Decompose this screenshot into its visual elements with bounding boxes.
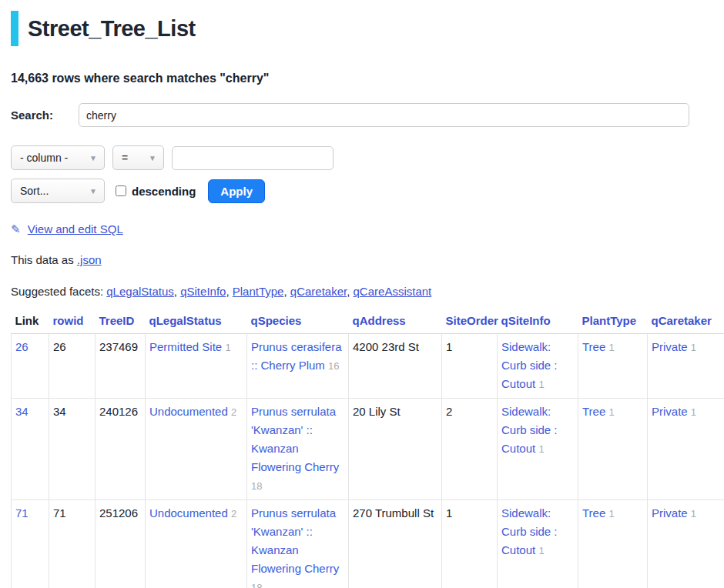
facet-link-label: PlantType xyxy=(233,285,284,298)
column-header-planttype-link[interactable]: PlantType xyxy=(582,314,637,327)
view-edit-sql-link[interactable]: View and edit SQL xyxy=(28,222,123,236)
cell-qaddress: 270 Trumbull St xyxy=(349,500,442,588)
cell-link: 34 xyxy=(12,399,49,500)
sort-select[interactable]: Sort... ▼ xyxy=(11,179,105,203)
facet-value-link[interactable]: Tree xyxy=(582,340,605,353)
sort-row: Sort... ▼ descending Apply xyxy=(11,179,724,203)
facet-value-link[interactable]: Private xyxy=(652,506,688,520)
suggested-facets-label: Suggested facets: xyxy=(11,285,103,298)
data-as-label: This data as xyxy=(11,253,74,266)
cell-siteorder: 1 xyxy=(442,500,498,588)
descending-checkbox[interactable] xyxy=(116,185,126,196)
column-header-treeid-link[interactable]: TreeID xyxy=(99,314,135,327)
facet-link-qcareassistant[interactable]: qCareAssistant xyxy=(354,285,432,298)
cell-qcaretaker: Private 1 xyxy=(648,399,724,500)
column-select[interactable]: - column - ▼ xyxy=(11,145,105,170)
column-header-siteorder: SiteOrder xyxy=(442,309,498,334)
cell-qcaretaker: Private 1 xyxy=(648,500,724,588)
facet-value-link[interactable]: Sidewalk: Curb side : Cutout xyxy=(501,340,558,390)
facet-count: 2 xyxy=(231,406,236,418)
column-header-rowid: rowid xyxy=(49,309,96,334)
facet-link-planttype[interactable]: PlantType xyxy=(233,285,290,298)
row-link[interactable]: 71 xyxy=(15,506,28,520)
cell-rowid: 34 xyxy=(49,399,96,500)
facet-count: 1 xyxy=(608,342,614,353)
descending-checkbox-wrap: descending xyxy=(116,185,196,198)
cell-qspecies: Prunus serrulata 'Kwanzan' :: Kwanzan Fl… xyxy=(247,500,349,588)
cell-qspecies: Prunus serrulata 'Kwanzan' :: Kwanzan Fl… xyxy=(247,399,349,500)
cell-treeid: 237469 xyxy=(96,334,146,399)
facet-link-qlegalstatus[interactable]: qLegalStatus xyxy=(106,285,180,298)
facet-link-qsiteinfo[interactable]: qSiteInfo xyxy=(180,285,233,298)
facet-value-link[interactable]: Prunus serrulata 'Kwanzan' :: Kwanzan Fl… xyxy=(251,405,339,473)
table-row: 34 34 240126 Undocumented 2 Prunus serru… xyxy=(12,399,724,500)
facet-link-qcaretaker[interactable]: qCaretaker xyxy=(290,285,354,298)
facet-value-link[interactable]: Sidewalk: Curb side : Cutout xyxy=(501,506,558,556)
cell-qaddress: 4200 23rd St xyxy=(349,334,442,399)
facet-value-link[interactable]: Tree xyxy=(582,405,605,418)
facet-link-label: qCaretaker xyxy=(290,285,347,298)
facet-count: 18 xyxy=(251,582,262,588)
cell-qsiteinfo: Sidewalk: Curb side : Cutout 1 xyxy=(498,500,578,588)
column-header-qspecies: qSpecies xyxy=(247,309,349,334)
row-link[interactable]: 26 xyxy=(15,340,28,353)
facet-count: 1 xyxy=(608,406,614,418)
column-header-qsiteinfo-link[interactable]: qSiteInfo xyxy=(501,314,551,327)
search-label: Search: xyxy=(11,109,79,122)
column-header-qsiteinfo: qSiteInfo xyxy=(498,309,578,334)
data-export-row: This data as .json xyxy=(11,252,724,268)
column-header-treeid: TreeID xyxy=(96,309,146,334)
cell-rowid: 26 xyxy=(49,334,96,399)
cell-qcaretaker: Private 1 xyxy=(648,334,724,399)
column-header-link: Link xyxy=(12,309,49,334)
search-form-row: Search: xyxy=(11,103,689,127)
filter-value-input[interactable] xyxy=(172,146,334,170)
column-header-qlegalstatus-link[interactable]: qLegalStatus xyxy=(149,314,222,327)
facet-value-link[interactable]: Permitted Site xyxy=(149,340,222,353)
facet-value-link[interactable]: Undocumented xyxy=(149,405,228,418)
operator-select-value: = xyxy=(122,152,128,164)
page-title: Street_Tree_List xyxy=(11,11,724,46)
cell-planttype: Tree 1 xyxy=(578,399,648,500)
column-header-qspecies-link[interactable]: qSpecies xyxy=(251,314,302,327)
facet-value-link[interactable]: Private xyxy=(652,340,688,353)
cell-qspecies: Prunus cerasifera :: Cherry Plum 16 xyxy=(247,334,349,399)
column-header-qcaretaker-link[interactable]: qCaretaker xyxy=(652,314,712,327)
facet-value-link[interactable]: Tree xyxy=(582,506,605,520)
apply-button[interactable]: Apply xyxy=(208,179,265,203)
cell-planttype: Tree 1 xyxy=(578,500,648,588)
cell-qlegalstatus: Undocumented 2 xyxy=(146,399,247,500)
cell-siteorder: 1 xyxy=(442,334,498,399)
facet-count: 16 xyxy=(328,360,339,372)
facet-value-link[interactable]: Sidewalk: Curb side : Cutout xyxy=(501,405,558,455)
json-export-link[interactable]: .json xyxy=(77,253,102,266)
chevron-down-icon: ▼ xyxy=(149,154,156,162)
column-header-qcaretaker: qCaretaker xyxy=(648,309,724,334)
cell-qlegalstatus: Undocumented 2 xyxy=(146,500,247,588)
facet-link-label: qSiteInfo xyxy=(180,285,226,298)
column-header-qaddress-link[interactable]: qAddress xyxy=(353,314,406,327)
facet-value-link[interactable]: Prunus serrulata 'Kwanzan' :: Kwanzan Fl… xyxy=(251,506,339,575)
column-header-qaddress: qAddress xyxy=(349,309,442,334)
operator-select[interactable]: = ▼ xyxy=(112,145,164,170)
cell-qsiteinfo: Sidewalk: Curb side : Cutout 1 xyxy=(498,334,578,399)
table-row: 26 26 237469 Permitted Site 1 Prunus cer… xyxy=(12,334,724,399)
cell-rowid: 71 xyxy=(49,500,96,588)
cell-treeid: 251206 xyxy=(96,500,146,588)
facet-value-link[interactable]: Undocumented xyxy=(149,506,228,520)
facet-count: 1 xyxy=(538,379,544,390)
facet-count: 1 xyxy=(538,545,544,556)
facet-value-link[interactable]: Private xyxy=(652,405,688,418)
column-header-rowid-link[interactable]: rowid xyxy=(53,314,84,327)
filter-row: - column - ▼ = ▼ xyxy=(11,145,724,170)
column-header-qlegalstatus: qLegalStatus xyxy=(146,309,247,334)
facet-link-label: qCareAssistant xyxy=(354,285,432,298)
column-header-siteorder-link[interactable]: SiteOrder xyxy=(446,314,498,327)
facet-count: 1 xyxy=(691,342,696,353)
cell-qaddress: 20 Lily St xyxy=(349,399,442,500)
row-link[interactable]: 34 xyxy=(15,405,28,418)
table-header-row: Link rowid TreeID qLegalStatus qSpecies … xyxy=(12,309,724,334)
search-input[interactable] xyxy=(79,103,689,127)
chevron-down-icon: ▼ xyxy=(89,187,97,195)
facet-count: 2 xyxy=(231,508,236,520)
